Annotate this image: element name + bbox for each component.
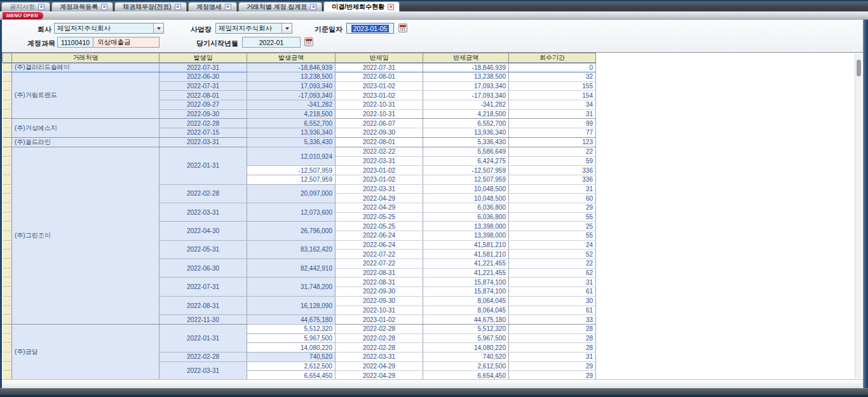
settle-amount-cell[interactable]: -341,282 [423,100,509,110]
occur-amount-cell[interactable]: 13,238,500 [247,72,336,82]
settle-amount-cell[interactable]: 12,507,959 [423,175,509,184]
settle-date-cell[interactable]: 2022-09-30 [336,287,423,297]
row-handle[interactable] [3,222,12,231]
occur-amount-cell[interactable]: -12,507,959 [247,166,336,175]
settle-date-cell[interactable]: 2022-03-31 [336,184,423,194]
settle-amount-cell[interactable]: 740,520 [423,352,509,361]
settle-date-cell[interactable]: 2022-09-30 [336,296,423,306]
settle-date-cell[interactable]: 2022-04-29 [336,361,423,371]
occur-amount-cell[interactable]: 20,097,000 [247,184,336,203]
collect-days-cell[interactable]: 55 [509,231,596,241]
settle-date-cell[interactable]: 2022-08-31 [336,278,423,287]
vendor-cell[interactable]: (주)그린조이 [12,147,159,324]
settle-amount-cell[interactable]: 4,218,500 [423,109,509,119]
settle-date-cell[interactable]: 2023-01-02 [336,315,423,325]
occur-date-cell[interactable]: 2022-07-31 [159,63,247,72]
settle-date-cell[interactable]: 2022-06-07 [336,119,423,128]
settle-date-cell[interactable]: 2022-10-31 [336,306,423,315]
row-handle[interactable] [3,128,12,138]
settle-amount-cell[interactable]: 17,093,340 [423,81,509,91]
collect-days-cell[interactable]: 61 [509,287,596,297]
occur-amount-cell[interactable]: 12,073,600 [247,203,336,221]
collect-days-cell[interactable]: 31 [509,184,596,194]
settle-amount-cell[interactable]: 6,036,800 [423,203,509,212]
collect-days-cell[interactable]: 123 [509,137,596,147]
tab-receivable-ledger[interactable]: 채권채무장(전표)× [114,2,187,11]
occur-date-cell[interactable]: 2022-09-30 [159,109,247,119]
account-name-field[interactable]: 외상매출금 [93,37,159,48]
settle-date-cell[interactable]: 2022-02-22 [336,147,423,156]
settle-amount-cell[interactable]: -17,093,340 [423,91,509,100]
occur-amount-cell[interactable]: 5,967,500 [247,333,336,343]
occur-amount-cell[interactable]: 6,654,450 [247,371,336,379]
row-handle[interactable] [3,315,12,325]
row-handle[interactable] [3,231,12,241]
row-handle[interactable] [3,72,12,82]
occur-amount-cell[interactable]: 83,162,420 [247,240,336,259]
settle-amount-cell[interactable]: 6,552,700 [423,119,509,128]
occur-amount-cell[interactable]: 4,218,500 [247,109,336,119]
collect-days-cell[interactable]: 52 [509,250,596,259]
occur-date-cell[interactable]: 2022-08-01 [159,91,247,100]
row-handle[interactable] [3,203,12,212]
settle-amount-cell[interactable]: 15,874,100 [423,287,509,297]
horizontal-scrollbar[interactable] [2,379,863,388]
settle-amount-cell[interactable]: -18,846,939 [423,63,509,72]
grid-row[interactable]: (주)골드라인2022-03-315,336,4302022-08-015,33… [3,137,596,147]
row-handle[interactable] [3,268,12,278]
settle-date-cell[interactable]: 2022-03-31 [336,156,423,166]
vendor-cell[interactable]: (주)거성에스지 [12,119,159,137]
row-handle[interactable] [3,100,12,110]
row-handle[interactable] [3,156,12,166]
occur-date-cell[interactable]: 2022-07-31 [159,81,247,91]
row-handle[interactable] [3,287,12,297]
row-handle[interactable] [3,184,12,194]
collect-days-cell[interactable]: 29 [509,361,596,371]
row-handle[interactable] [3,147,12,156]
bizplace-select[interactable]: 제일저지주식회사 [215,23,292,34]
collect-days-cell[interactable]: 31 [509,109,596,119]
collect-days-cell[interactable]: 24 [509,240,596,250]
settle-date-cell[interactable]: 2023-01-02 [336,175,423,184]
occur-amount-cell[interactable]: 82,442,910 [247,259,336,278]
tab-close-icon[interactable]: × [175,4,181,10]
occur-amount-cell[interactable]: 12,010,924 [247,147,336,165]
settle-date-cell[interactable]: 2022-10-31 [336,109,423,119]
row-handle[interactable] [3,259,12,269]
settle-amount-cell[interactable]: 6,036,800 [423,212,509,222]
settle-date-cell[interactable]: 2022-05-25 [336,212,423,222]
collect-days-cell[interactable]: 30 [509,296,596,306]
collect-days-cell[interactable]: 31 [509,352,596,361]
tab-notice[interactable]: 공지사항× [1,2,50,11]
occur-date-cell[interactable]: 2022-09-27 [159,100,247,110]
occur-date-cell[interactable]: 2022-08-31 [159,296,247,314]
collect-days-cell[interactable]: 32 [509,72,596,82]
collect-days-cell[interactable]: 154 [509,91,596,100]
collect-days-cell[interactable]: 77 [509,128,596,138]
calendar-icon[interactable] [304,37,313,46]
settle-date-cell[interactable]: 2023-01-02 [336,81,423,91]
collect-days-cell[interactable]: 25 [509,222,596,231]
startmonth-field[interactable]: 2022-01 [242,37,301,48]
menu-open-button[interactable]: MENU OPEN [3,12,43,19]
row-handle[interactable] [3,250,12,259]
occur-date-cell[interactable]: 2022-01-31 [159,324,247,352]
collect-days-cell[interactable]: 336 [509,175,596,184]
settle-amount-cell[interactable]: 6,654,450 [423,371,509,379]
occur-date-cell[interactable]: 2022-11-30 [159,315,247,325]
settle-date-cell[interactable]: 2023-01-02 [336,91,423,100]
settle-date-cell[interactable]: 2022-06-24 [336,240,423,250]
occur-date-cell[interactable]: 2022-06-30 [159,259,247,278]
settle-amount-cell[interactable]: 10,048,500 [423,194,509,203]
settle-amount-cell[interactable]: 14,080,220 [423,343,509,353]
occur-date-cell[interactable]: 2022-04-30 [159,222,247,240]
row-handle[interactable] [3,361,12,371]
row-handle[interactable] [3,91,12,100]
collect-days-cell[interactable]: 155 [509,81,596,91]
settle-date-cell[interactable]: 2022-04-29 [336,371,423,379]
occur-date-cell[interactable]: 2022-03-31 [159,137,247,147]
row-handle[interactable] [3,63,12,72]
vendor-cell[interactable]: (주)골드라인 [12,137,159,147]
tab-outstanding-settlement[interactable]: 미결/반제회수현황× [323,1,400,11]
row-handle[interactable] [3,333,12,343]
